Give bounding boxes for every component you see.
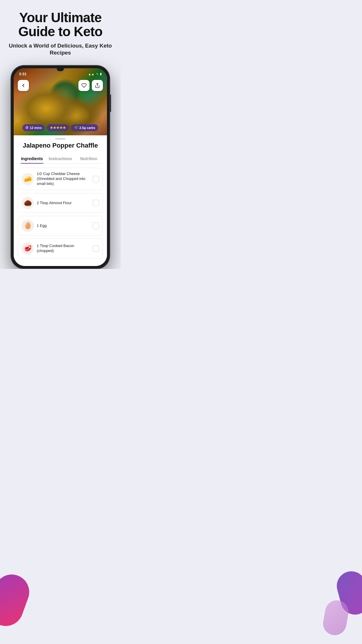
scroll-handle	[55, 138, 66, 139]
ingredient-text: 1 Tbsp Cooked Bacon (chopped)	[37, 244, 90, 253]
signal-icon: ▲▲	[88, 72, 94, 76]
camera-notch	[57, 68, 64, 71]
time-icon: ⏱	[25, 126, 29, 130]
carbs-icon: 🌿	[74, 126, 78, 130]
recipe-content: Jalapeno Popper Chaffle Ingredients Inst…	[14, 138, 107, 266]
action-buttons	[78, 80, 103, 91]
ingredient-text: 2 Tbsp Almond Flour	[37, 201, 90, 206]
ingredients-list: 🧀 1/2 Cup Cheddar Cheese (Shredded and C…	[18, 168, 103, 258]
carbs-badge: 🌿 2.5g carbs	[71, 124, 98, 131]
hero-title: Your Ultimate Guide to Keto	[7, 10, 114, 39]
favorite-button[interactable]	[78, 80, 89, 91]
ingredient-icon: 🧀	[22, 173, 34, 185]
tab-instructions[interactable]: Instructions	[46, 154, 74, 163]
ingredient-text: 1 Egg	[37, 223, 90, 228]
recipe-tabs: Ingredients Instructions Nutrition	[18, 154, 103, 164]
image-nav	[14, 80, 107, 91]
ingredient-checkbox[interactable]	[93, 223, 99, 229]
hero-section: Your Ultimate Guide to Keto Unlock a Wor…	[0, 0, 121, 62]
hero-subtitle: Unlock a World of Delicious, Easy Keto R…	[7, 42, 114, 57]
ingredient-checkbox[interactable]	[93, 245, 99, 252]
phone-outer: 3:31 ▲▲ ∿ ▮	[11, 65, 110, 269]
back-button[interactable]	[18, 80, 29, 91]
carbs-value: 2.5g carbs	[79, 126, 95, 130]
battery-icon: ▮	[100, 72, 102, 76]
ingredient-text: 1/2 Cup Cheddar Cheese (Shredded and Cho…	[37, 172, 90, 186]
ingredient-icon: 🥩	[22, 242, 34, 255]
wifi-icon: ∿	[96, 72, 99, 76]
ingredient-item: 🌰 2 Tbsp Almond Flour	[18, 193, 103, 213]
stars: ★★★★★	[50, 126, 66, 130]
phone-screen: 3:31 ▲▲ ∿ ▮	[14, 68, 107, 266]
status-time: 3:31	[19, 72, 27, 76]
time-badge: ⏱ 12 mins	[22, 124, 45, 131]
ingredient-item: 🥩 1 Tbsp Cooked Bacon (chopped)	[18, 239, 103, 258]
recipe-title: Jalapeno Popper Chaffle	[18, 142, 103, 149]
ingredient-icon: 🌰	[22, 197, 34, 209]
rating-badge: ★★★★★	[47, 124, 69, 131]
tab-nutrition[interactable]: Nutrition	[75, 154, 103, 163]
recipe-badges: ⏱ 12 mins ★★★★★ 🌿 2.5g carbs	[14, 124, 107, 131]
ingredient-icon: 🥚	[22, 220, 34, 232]
time-value: 12 mins	[30, 126, 42, 130]
phone-mockup: 3:31 ▲▲ ∿ ▮	[11, 65, 110, 269]
ingredient-checkbox[interactable]	[93, 200, 99, 206]
share-button[interactable]	[92, 80, 103, 91]
ingredient-item: 🧀 1/2 Cup Cheddar Cheese (Shredded and C…	[18, 168, 103, 190]
tab-ingredients[interactable]: Ingredients	[18, 154, 46, 163]
ingredient-item: 🥚 1 Egg	[18, 216, 103, 236]
status-icons: ▲▲ ∿ ▮	[88, 72, 102, 76]
ingredient-checkbox[interactable]	[93, 176, 99, 182]
food-image: ⏱ 12 mins ★★★★★ 🌿 2.5g carbs	[14, 68, 107, 135]
